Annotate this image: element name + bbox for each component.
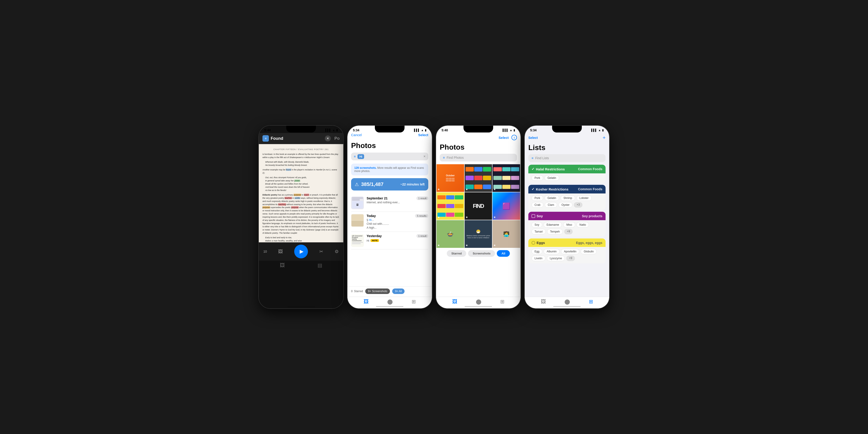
photos-title: Photos	[351, 142, 428, 150]
star-badge-3: ★	[493, 188, 496, 191]
page-number: 10	[264, 250, 267, 253]
kosher-tag-more: +3	[574, 202, 583, 208]
eggs-list-card[interactable]: Eggs Eggs, eggs, eggs Egg Albumin Apovit…	[528, 239, 606, 264]
info-button-3[interactable]: i	[512, 135, 517, 140]
grid-cell-7[interactable]: 🍲 ★	[436, 220, 464, 248]
soy-tag-tamari: Tamari	[531, 229, 546, 235]
kosher-tag-shrimp: Shrimp	[561, 195, 575, 201]
time-3: 5:40	[441, 128, 448, 132]
search-tag: Hi	[358, 154, 364, 159]
all-filter[interactable]: 9+ All	[392, 288, 405, 294]
kosher-list-card[interactable]: ✓ Kosher Restrictions Common Foods Pork …	[528, 185, 606, 210]
starred-filter[interactable]: 0 Starred	[351, 290, 363, 293]
grid-cell-inner-6: 🟪	[493, 192, 520, 220]
eggs-tag-more: +9	[566, 256, 575, 261]
grid-cell-8[interactable]: 😷 Belarus bans consumer price rises in b…	[465, 220, 492, 248]
select-button-3[interactable]: Select	[499, 136, 509, 140]
soy-tag-edamame: Edamame	[544, 222, 562, 227]
grid-cell-5[interactable]: FIND ★	[465, 192, 492, 220]
signal-icon-2: ▌▌▌	[414, 129, 420, 132]
soy-unchecked-icon	[531, 214, 535, 218]
albums-tab[interactable]: ⬤	[387, 299, 393, 305]
result-info-yesterday: Yesterday 1 result Hi NOTE	[367, 234, 428, 242]
grid-cell-inner-9: 🧑‍💻	[493, 220, 520, 248]
albums-tab-3[interactable]: ⬤	[476, 299, 482, 305]
result-count-today: 5 results	[415, 214, 428, 218]
result-info-sep21: September 21 1 result internet, and noth…	[367, 196, 428, 204]
grid-cell-9[interactable]: 🧑‍💻 ★	[493, 220, 520, 248]
month-label: October	[446, 174, 455, 177]
play-icon: ▶	[300, 249, 304, 254]
result-today[interactable]: Today 5 results § Hi... Chill out with..…	[351, 212, 428, 232]
search-clear-button[interactable]: ×	[424, 154, 426, 158]
kosher-tag-oyster: Oyster	[558, 202, 572, 208]
result-sep21[interactable]: 🖥 September 21 1 result internet, and no…	[351, 194, 428, 212]
phone-4: 5:34 ▌▌▌ ▲ ▮ Select + Lists ≡ Find Lists	[525, 126, 609, 308]
found-tab-bar: 🖼 ▤	[259, 260, 343, 272]
halal-list-card[interactable]: ✓ Halal Restrictions Common Foods Pork G…	[528, 165, 606, 183]
close-button[interactable]: ×	[325, 135, 331, 142]
select-button[interactable]: Select	[418, 133, 428, 137]
grid-cell-4[interactable]: ★	[436, 192, 464, 220]
photos-tab[interactable]: 🖼	[364, 299, 369, 305]
results-list: 🖥 September 21 1 result internet, and no…	[347, 194, 432, 249]
grid-cell-2[interactable]: ★	[465, 164, 492, 192]
wifi-icon-2: ▲	[421, 129, 424, 132]
found-app-name: Found	[271, 136, 283, 141]
albums-tab-4[interactable]: ⬤	[564, 299, 570, 305]
all-tab-active[interactable]: All	[497, 250, 510, 257]
result-yesterday[interactable]: US Consumer Product Safety Commission Ye…	[351, 232, 428, 249]
home-indicator-3	[465, 306, 492, 307]
grid-cell-inner-4	[436, 192, 464, 220]
scissors-icon[interactable]: ✂	[319, 249, 323, 254]
image-icon[interactable]: 🖼	[278, 249, 283, 254]
soy-list-card[interactable]: Soy Soy products Soy Edamame Miso Natto …	[528, 212, 606, 237]
lists-tab-active[interactable]: ⊞	[589, 299, 593, 305]
eggs-list-tags: Egg Albumin Apovitellin Globulin Livetin…	[528, 247, 606, 264]
grid-cell-1[interactable]: October ★	[436, 164, 464, 192]
halal-list-header: ✓ Halal Restrictions Common Foods	[528, 165, 606, 174]
more-tab-3[interactable]: ⊞	[500, 299, 504, 305]
eggs-tag-egg: Egg	[531, 249, 542, 254]
filter-bar: 0 Starred 9+ Screenshots 9+ All	[347, 286, 432, 296]
soy-tag-natto: Natto	[577, 222, 589, 227]
found-header: ≡ Found × Po	[259, 133, 343, 144]
layout-tab-icon[interactable]: ▤	[317, 262, 322, 269]
halal-list-title: ✓ Halal Restrictions	[531, 167, 565, 171]
status-icons-3: ▌▌▌ ▲ ▮	[503, 129, 515, 132]
star-badge-9: ★	[493, 244, 496, 247]
found-logo-icon: ≡	[262, 135, 269, 142]
screenshots-banner: 129 screenshots. More results will appea…	[351, 163, 428, 176]
screenshots-filter[interactable]: 9+ Screenshots	[365, 288, 390, 294]
cancel-button[interactable]: Cancel	[351, 133, 362, 137]
photos-search-3[interactable]: ≡ Find Photos	[440, 154, 517, 161]
add-list-button[interactable]: +	[602, 135, 606, 141]
signal-icon-3: ▌▌▌	[503, 129, 509, 132]
battery-icon-2: ▮	[425, 129, 427, 132]
play-button[interactable]: ▶	[294, 245, 308, 258]
grid-cell-6[interactable]: 🟪 ★	[493, 192, 520, 220]
soy-tag-soy: Soy	[531, 222, 542, 227]
grid-cell-3[interactable]: ★	[493, 164, 520, 192]
select-button-4[interactable]: Select	[528, 136, 538, 140]
note-badge: NOTE	[371, 239, 379, 242]
phone-2: 5:34 ▌▌▌ ▲ ▮ Cancel Select Photos ≡ Hi	[347, 126, 432, 308]
photos-tab-3[interactable]: 🖼	[452, 299, 457, 305]
lists-search[interactable]: ≡ Find Lists	[528, 154, 606, 162]
photos-tab-4[interactable]: 🖼	[541, 299, 546, 305]
signal-icon: ▌▌▌	[326, 129, 332, 132]
home-indicator-2	[376, 306, 403, 307]
wifi-icon-3: ▲	[509, 129, 513, 132]
gallery-tab-icon[interactable]: 🖼	[280, 262, 285, 269]
starred-tab[interactable]: Starred	[447, 250, 466, 257]
gear-icon[interactable]: ⚙	[335, 249, 339, 254]
book-page: CHAPTER FIFTEEN / EVALUATING POETRY 261 …	[259, 144, 343, 242]
star-badge-4: ★	[437, 216, 440, 219]
result-date-today: Today	[367, 214, 376, 218]
screenshots-tab[interactable]: Screenshots	[468, 250, 495, 257]
more-tab[interactable]: ⊞	[412, 299, 416, 305]
star-badge-5: ★	[466, 216, 468, 219]
battery-icon-4: ▮	[602, 129, 604, 132]
kosher-tag-lobster: Lobster	[577, 195, 592, 201]
photos-search-bar[interactable]: ≡ Hi ×	[351, 153, 428, 160]
